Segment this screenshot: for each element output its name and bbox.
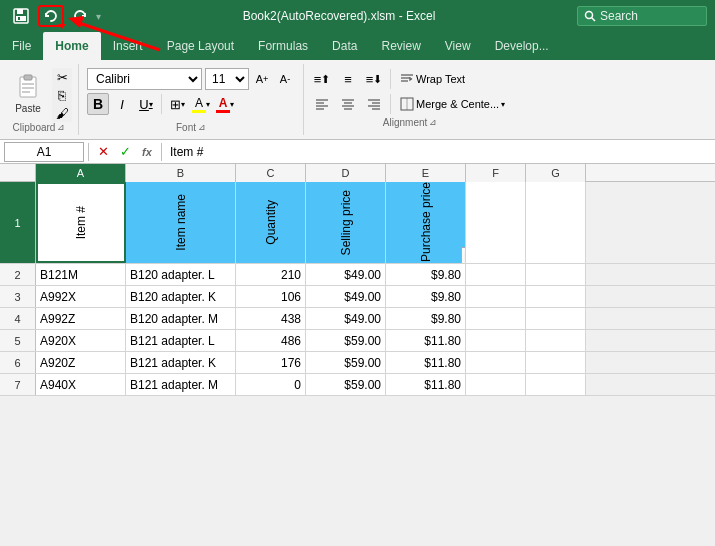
cell-a7[interactable]: A940X — [36, 374, 126, 395]
align-left-button[interactable] — [310, 93, 334, 115]
cell-e1[interactable]: Purchase price 📋 — [386, 182, 466, 263]
cell-c3[interactable]: 106 — [236, 286, 306, 307]
cell-g3[interactable] — [526, 286, 586, 307]
italic-button[interactable]: I — [111, 93, 133, 115]
cell-d6[interactable]: $59.00 — [306, 352, 386, 373]
underline-button[interactable]: U ▾ — [135, 93, 157, 115]
format-painter-button[interactable]: 🖌 — [52, 104, 72, 122]
cell-c7[interactable]: 0 — [236, 374, 306, 395]
cell-d5[interactable]: $59.00 — [306, 330, 386, 351]
row-num-5[interactable]: 5 — [0, 330, 36, 351]
font-color-button[interactable]: A ▾ — [214, 93, 236, 115]
redo-button[interactable] — [68, 6, 92, 26]
cell-b4[interactable]: B120 adapter. M — [126, 308, 236, 329]
col-header-b[interactable]: B — [126, 164, 236, 182]
cell-b5[interactable]: B121 adapter. L — [126, 330, 236, 351]
bold-button[interactable]: B — [87, 93, 109, 115]
cell-d3[interactable]: $49.00 — [306, 286, 386, 307]
cell-c1[interactable]: Quantity — [236, 182, 306, 263]
cell-c6[interactable]: 176 — [236, 352, 306, 373]
tab-insert[interactable]: Insert — [101, 32, 155, 60]
align-center-button[interactable] — [336, 93, 360, 115]
cell-f6[interactable] — [466, 352, 526, 373]
cell-a6[interactable]: A920Z — [36, 352, 126, 373]
cell-g5[interactable] — [526, 330, 586, 351]
row-num-1[interactable]: 1 — [0, 182, 36, 263]
cell-g7[interactable] — [526, 374, 586, 395]
cell-b2[interactable]: B120 adapter. L — [126, 264, 236, 285]
cell-b7[interactable]: B121 adapter. M — [126, 374, 236, 395]
cell-e4[interactable]: $9.80 — [386, 308, 466, 329]
cancel-formula-button[interactable]: ✕ — [93, 142, 113, 162]
cell-g4[interactable] — [526, 308, 586, 329]
cell-g1[interactable] — [526, 182, 586, 263]
cell-c5[interactable]: 486 — [236, 330, 306, 351]
save-button[interactable] — [8, 5, 34, 27]
fill-color-button[interactable]: A ▾ — [190, 93, 212, 115]
tab-home[interactable]: Home — [43, 32, 100, 60]
cell-g6[interactable] — [526, 352, 586, 373]
cell-g2[interactable] — [526, 264, 586, 285]
cell-e6[interactable]: $11.80 — [386, 352, 466, 373]
paste-button[interactable]: Paste — [6, 68, 50, 117]
decrease-font-button[interactable]: A- — [275, 68, 295, 90]
cell-a3[interactable]: A992X — [36, 286, 126, 307]
tab-formulas[interactable]: Formulas — [246, 32, 320, 60]
row-num-7[interactable]: 7 — [0, 374, 36, 395]
cell-c4[interactable]: 438 — [236, 308, 306, 329]
border-button[interactable]: ⊞▾ — [166, 93, 188, 115]
cell-f2[interactable] — [466, 264, 526, 285]
formula-input[interactable] — [166, 142, 711, 162]
row-num-4[interactable]: 4 — [0, 308, 36, 329]
col-header-d[interactable]: D — [306, 164, 386, 182]
insert-function-button[interactable]: fx — [137, 142, 157, 162]
cell-b6[interactable]: B121 adapter. K — [126, 352, 236, 373]
cell-e3[interactable]: $9.80 — [386, 286, 466, 307]
cell-d4[interactable]: $49.00 — [306, 308, 386, 329]
row-num-3[interactable]: 3 — [0, 286, 36, 307]
cell-a4[interactable]: A992Z — [36, 308, 126, 329]
merge-center-button[interactable]: Merge & Cente... ▾ — [395, 93, 510, 115]
cell-a1[interactable]: Item # — [36, 182, 126, 263]
cell-e2[interactable]: $9.80 — [386, 264, 466, 285]
align-bottom-button[interactable]: ≡⬇ — [362, 68, 386, 90]
col-header-e[interactable]: E — [386, 164, 466, 182]
cell-f4[interactable] — [466, 308, 526, 329]
cell-f1[interactable] — [466, 182, 526, 263]
align-middle-button[interactable]: ≡ — [336, 68, 360, 90]
cell-e5[interactable]: $11.80 — [386, 330, 466, 351]
cell-b1[interactable]: Item name — [126, 182, 236, 263]
col-header-f[interactable]: F — [466, 164, 526, 182]
col-header-a[interactable]: A — [36, 164, 126, 182]
confirm-formula-button[interactable]: ✓ — [115, 142, 135, 162]
search-box[interactable]: Search — [577, 6, 707, 26]
cell-reference-box[interactable] — [4, 142, 84, 162]
cut-button[interactable]: ✂ — [52, 68, 72, 86]
tab-page-layout[interactable]: Page Layout — [155, 32, 246, 60]
cell-d7[interactable]: $59.00 — [306, 374, 386, 395]
row-num-2[interactable]: 2 — [0, 264, 36, 285]
tab-develop[interactable]: Develop... — [483, 32, 561, 60]
tab-file[interactable]: File — [0, 32, 43, 60]
cell-d1[interactable]: Selling price — [306, 182, 386, 263]
font-size-select[interactable]: 11 — [205, 68, 249, 90]
tab-review[interactable]: Review — [369, 32, 432, 60]
cell-a5[interactable]: A920X — [36, 330, 126, 351]
cell-f7[interactable] — [466, 374, 526, 395]
cell-b3[interactable]: B120 adapter. K — [126, 286, 236, 307]
copy-button[interactable]: ⎘ — [52, 86, 72, 104]
align-top-button[interactable]: ≡⬆ — [310, 68, 334, 90]
cell-a2[interactable]: B121M — [36, 264, 126, 285]
wrap-text-button[interactable]: Wrap Text — [395, 68, 470, 90]
increase-font-button[interactable]: A+ — [252, 68, 272, 90]
cell-e7[interactable]: $11.80 — [386, 374, 466, 395]
font-name-select[interactable]: Calibri — [87, 68, 202, 90]
tab-data[interactable]: Data — [320, 32, 369, 60]
tab-view[interactable]: View — [433, 32, 483, 60]
row-num-6[interactable]: 6 — [0, 352, 36, 373]
cell-f3[interactable] — [466, 286, 526, 307]
col-header-g[interactable]: G — [526, 164, 586, 182]
col-header-c[interactable]: C — [236, 164, 306, 182]
align-right-button[interactable] — [362, 93, 386, 115]
cell-c2[interactable]: 210 — [236, 264, 306, 285]
